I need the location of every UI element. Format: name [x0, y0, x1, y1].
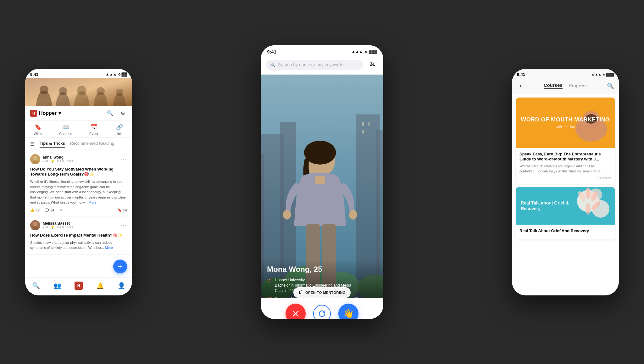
- content-filter-tabs: ☰ Tips & Tricks Recommended Reading: [25, 138, 132, 150]
- left-status-icons: ▲▲▲ ⌾ ▓▓: [106, 72, 127, 76]
- thumbs-up-icon: 👍: [30, 208, 35, 212]
- hopper-logo[interactable]: H Hopper ▾: [30, 110, 61, 117]
- post-2-more-link[interactable]: More: [105, 246, 113, 249]
- search-nav-btn[interactable]: 🔍: [30, 281, 42, 290]
- post-1-bookmark[interactable]: 🔖 24: [118, 208, 127, 212]
- svg-point-59: [586, 203, 591, 215]
- links-icon: 🔗: [116, 124, 123, 131]
- links-tab[interactable]: 🔗 Links: [115, 124, 124, 136]
- course-card-2[interactable]: Real Talk about Grief & Recovery Real Ta…: [516, 187, 615, 239]
- notifications-nav-btn[interactable]: 🔔: [94, 281, 106, 290]
- event-tab[interactable]: 📅 Event: [89, 124, 98, 136]
- search-input-wrapper[interactable]: 🔍 Search by name or any keywords: [266, 60, 363, 70]
- course-1-lessons: 1 Lesson: [519, 176, 611, 180]
- courses-label: Courses: [59, 132, 72, 136]
- left-status-bar: 9:41 ▲▲▲ ⌾ ▓▓: [25, 69, 132, 78]
- links-label: Links: [115, 132, 124, 136]
- course-2-thumbnail: Real Talk about Grief & Recovery: [516, 187, 615, 225]
- post-1-share[interactable]: ↗: [59, 208, 62, 212]
- center-status-icons: ▲▲▲ ⌾ ▓▓▓: [352, 49, 377, 54]
- hopper-icon: H: [30, 110, 37, 117]
- center-status-bar: 9:41 ▲▲▲ ⌾ ▓▓▓: [261, 45, 383, 56]
- post-2-header: Melissa Basset 2 m · 💡 Tips & Tricks ···: [30, 220, 127, 230]
- post-1-likes[interactable]: 👍 12: [30, 208, 40, 212]
- right-wifi-icon: ⌾: [603, 72, 605, 76]
- melissa-avatar-svg: [30, 220, 40, 230]
- post-1-more-dots[interactable]: ···: [121, 156, 127, 162]
- refresh-icon: [318, 310, 326, 317]
- center-phone-inner: 9:41 ▲▲▲ ⌾ ▓▓▓ 🔍 Search by name or any k…: [261, 45, 383, 319]
- wifi-icon: ⌾: [118, 72, 120, 76]
- profile-photo-area: Mona Wong, 25 🎓 Hopper University Bachel…: [261, 75, 383, 319]
- home-nav-btn[interactable]: H: [72, 281, 85, 290]
- wikis-tab[interactable]: 🔖 Wikis: [34, 124, 42, 136]
- refresh-button[interactable]: [313, 305, 331, 319]
- courses-progress-tabs: Courses Progress: [544, 82, 588, 89]
- fab-add-button[interactable]: +: [113, 260, 127, 273]
- post-2-user: Melissa Basset 2 m · 💡 Tips & Tricks: [30, 220, 73, 230]
- course-2-thumb-title: Real Talk about Grief & Recovery: [521, 200, 571, 211]
- post-2-more-dots[interactable]: ···: [121, 222, 127, 228]
- dropdown-chevron: ▾: [58, 110, 61, 116]
- battery-icon: ▓▓: [122, 72, 127, 76]
- svg-point-12: [33, 156, 37, 160]
- post-1-more-link[interactable]: More: [88, 200, 96, 204]
- courses-tab-right[interactable]: Courses: [544, 82, 563, 89]
- svg-rect-34: [362, 130, 364, 133]
- svg-point-56: [586, 188, 591, 199]
- anna-name: anna_wong: [43, 155, 73, 160]
- right-signal-icon: ▲▲▲: [591, 72, 602, 76]
- search-nav-icon[interactable]: 🔍: [106, 109, 114, 118]
- progress-tab[interactable]: Progress: [569, 83, 588, 89]
- post-2-title: How Does Exercise Impact Mental Health?🧠…: [30, 233, 127, 238]
- mentoring-label: OPEN TO MENTORING: [305, 291, 346, 294]
- post-card-2: Melissa Basset 2 m · 💡 Tips & Tricks ···…: [25, 216, 132, 255]
- post-1-comments[interactable]: 💬 24: [45, 208, 54, 212]
- bottom-navigation: 🔍 👥 H 🔔 👤: [25, 277, 132, 295]
- post-1-actions: 👍 12 💬 24 ↗ 🔖 24: [30, 208, 127, 212]
- courses-icon: 📖: [62, 124, 69, 131]
- course-2-body: Real Talk About Grief And Recovery: [516, 225, 615, 239]
- profile-nav-btn[interactable]: 👤: [115, 281, 128, 290]
- courses-tab[interactable]: 📖 Courses: [59, 124, 72, 136]
- melissa-meta: Melissa Basset 2 m · 💡 Tips & Tricks: [43, 221, 73, 229]
- center-wifi-icon: ⌾: [365, 49, 367, 54]
- wave-button[interactable]: 👋: [338, 304, 358, 319]
- anna-meta: anna_wong 2 m · 💡 Tips & Tricks: [43, 155, 73, 163]
- nav-actions: 🔍 ⊕: [106, 109, 127, 118]
- university-icon: 🎓: [267, 277, 272, 283]
- svg-point-20: [373, 64, 374, 65]
- photo-gradient: Mona Wong, 25 🎓 Hopper University Bachel…: [261, 75, 383, 319]
- course-1-thumbnail: WORD OF MOUTH MARKETING with Jun Tan: [516, 98, 615, 148]
- comment-icon: 💬: [45, 208, 49, 212]
- post-1-header: anna_wong 2 m · 💡 Tips & Tricks ···: [30, 154, 127, 164]
- right-battery-icon: ▓▓▓: [606, 72, 614, 76]
- hero-svg: [25, 78, 132, 106]
- open-mentoring-badge[interactable]: 🗓 OPEN TO MENTORING: [293, 287, 351, 298]
- recommended-reading-tab[interactable]: Recommended Reading: [70, 141, 114, 148]
- center-time: 9:41: [267, 49, 276, 54]
- post-1-body: Whether it's fitness, learning a new ski…: [30, 179, 127, 205]
- home-hopper-icon: H: [75, 282, 83, 290]
- svg-point-6: [77, 86, 86, 95]
- filter-button[interactable]: [366, 59, 378, 71]
- signal-icon: ▲▲▲: [106, 72, 117, 76]
- anna-time: 2 m · 💡 Tips & Tricks: [43, 160, 73, 163]
- hamburger-icon: ☰: [30, 141, 35, 148]
- course-card-1[interactable]: WORD OF MOUTH MARKETING with Jun Tan Spe…: [516, 98, 615, 184]
- tips-tricks-tab[interactable]: Tips & Tricks: [40, 141, 65, 148]
- course-2-title: Real Talk About Grief And Recovery: [519, 228, 611, 234]
- search-magnify-icon: 🔍: [270, 62, 275, 67]
- community-nav-btn[interactable]: 👥: [51, 281, 64, 290]
- menu-nav-icon[interactable]: ⊕: [118, 109, 127, 118]
- reject-button[interactable]: [286, 304, 306, 319]
- svg-point-44: [349, 210, 357, 219]
- svg-point-22: [372, 65, 373, 66]
- phones-container: 9:41 ▲▲▲ ⌾ ▓▓: [0, 0, 644, 364]
- event-label: Event: [89, 132, 98, 136]
- back-button[interactable]: ‹: [517, 81, 524, 91]
- left-phone: 9:41 ▲▲▲ ⌾ ▓▓: [25, 69, 132, 295]
- course-1-body: Speak Easy, Earn Big: The Entrepreneur's…: [516, 148, 615, 184]
- right-search-btn[interactable]: 🔍: [607, 82, 614, 89]
- mentoring-calendar-icon: 🗓: [298, 290, 303, 295]
